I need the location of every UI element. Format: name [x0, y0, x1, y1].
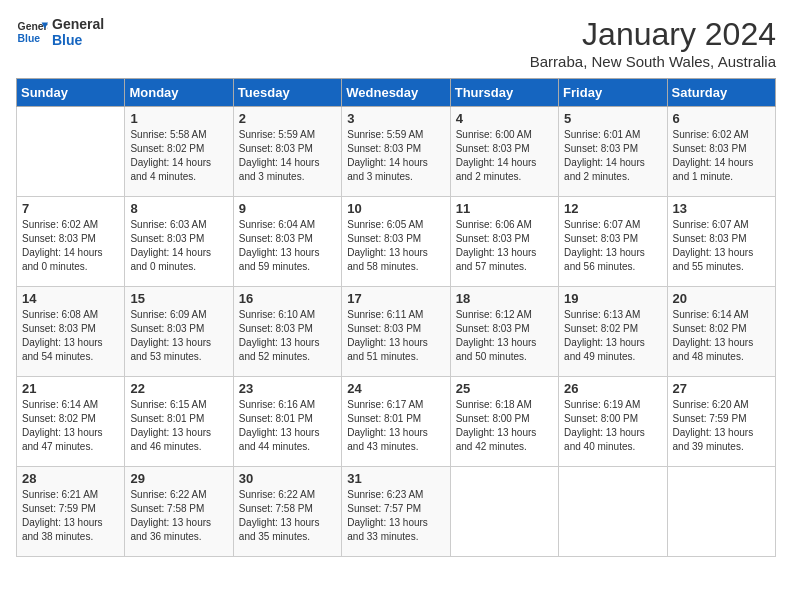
logo-text-blue: Blue [52, 32, 104, 48]
calendar-cell: 24Sunrise: 6:17 AMSunset: 8:01 PMDayligh… [342, 377, 450, 467]
calendar-cell: 8Sunrise: 6:03 AMSunset: 8:03 PMDaylight… [125, 197, 233, 287]
day-info: Sunrise: 6:00 AMSunset: 8:03 PMDaylight:… [456, 128, 553, 184]
day-number: 22 [130, 381, 227, 396]
calendar-cell: 6Sunrise: 6:02 AMSunset: 8:03 PMDaylight… [667, 107, 775, 197]
day-number: 7 [22, 201, 119, 216]
calendar-cell: 17Sunrise: 6:11 AMSunset: 8:03 PMDayligh… [342, 287, 450, 377]
day-number: 26 [564, 381, 661, 396]
calendar-cell [450, 467, 558, 557]
day-info: Sunrise: 5:58 AMSunset: 8:02 PMDaylight:… [130, 128, 227, 184]
day-info: Sunrise: 6:19 AMSunset: 8:00 PMDaylight:… [564, 398, 661, 454]
day-info: Sunrise: 6:10 AMSunset: 8:03 PMDaylight:… [239, 308, 336, 364]
day-info: Sunrise: 6:06 AMSunset: 8:03 PMDaylight:… [456, 218, 553, 274]
logo: General Blue General Blue [16, 16, 104, 48]
day-info: Sunrise: 6:09 AMSunset: 8:03 PMDaylight:… [130, 308, 227, 364]
calendar-cell: 10Sunrise: 6:05 AMSunset: 8:03 PMDayligh… [342, 197, 450, 287]
day-number: 18 [456, 291, 553, 306]
calendar-cell: 31Sunrise: 6:23 AMSunset: 7:57 PMDayligh… [342, 467, 450, 557]
day-info: Sunrise: 6:22 AMSunset: 7:58 PMDaylight:… [239, 488, 336, 544]
day-number: 14 [22, 291, 119, 306]
calendar-week-row: 14Sunrise: 6:08 AMSunset: 8:03 PMDayligh… [17, 287, 776, 377]
day-info: Sunrise: 6:02 AMSunset: 8:03 PMDaylight:… [22, 218, 119, 274]
logo-text-general: General [52, 16, 104, 32]
day-info: Sunrise: 5:59 AMSunset: 8:03 PMDaylight:… [239, 128, 336, 184]
day-info: Sunrise: 6:16 AMSunset: 8:01 PMDaylight:… [239, 398, 336, 454]
svg-text:Blue: Blue [18, 33, 41, 44]
calendar-cell: 22Sunrise: 6:15 AMSunset: 8:01 PMDayligh… [125, 377, 233, 467]
day-info: Sunrise: 6:15 AMSunset: 8:01 PMDaylight:… [130, 398, 227, 454]
title-block: January 2024 Barraba, New South Wales, A… [530, 16, 776, 70]
day-number: 21 [22, 381, 119, 396]
day-info: Sunrise: 6:23 AMSunset: 7:57 PMDaylight:… [347, 488, 444, 544]
calendar-cell: 7Sunrise: 6:02 AMSunset: 8:03 PMDaylight… [17, 197, 125, 287]
day-number: 20 [673, 291, 770, 306]
day-info: Sunrise: 6:14 AMSunset: 8:02 PMDaylight:… [22, 398, 119, 454]
calendar-cell: 19Sunrise: 6:13 AMSunset: 8:02 PMDayligh… [559, 287, 667, 377]
calendar-header-row: SundayMondayTuesdayWednesdayThursdayFrid… [17, 79, 776, 107]
day-info: Sunrise: 6:05 AMSunset: 8:03 PMDaylight:… [347, 218, 444, 274]
day-number: 13 [673, 201, 770, 216]
day-number: 11 [456, 201, 553, 216]
calendar-cell: 25Sunrise: 6:18 AMSunset: 8:00 PMDayligh… [450, 377, 558, 467]
day-number: 30 [239, 471, 336, 486]
day-info: Sunrise: 6:20 AMSunset: 7:59 PMDaylight:… [673, 398, 770, 454]
calendar-cell: 13Sunrise: 6:07 AMSunset: 8:03 PMDayligh… [667, 197, 775, 287]
day-info: Sunrise: 6:13 AMSunset: 8:02 PMDaylight:… [564, 308, 661, 364]
day-info: Sunrise: 6:11 AMSunset: 8:03 PMDaylight:… [347, 308, 444, 364]
calendar-week-row: 1Sunrise: 5:58 AMSunset: 8:02 PMDaylight… [17, 107, 776, 197]
day-number: 6 [673, 111, 770, 126]
logo-icon: General Blue [16, 16, 48, 48]
day-number: 25 [456, 381, 553, 396]
day-number: 12 [564, 201, 661, 216]
day-info: Sunrise: 5:59 AMSunset: 8:03 PMDaylight:… [347, 128, 444, 184]
day-number: 9 [239, 201, 336, 216]
day-info: Sunrise: 6:17 AMSunset: 8:01 PMDaylight:… [347, 398, 444, 454]
day-number: 15 [130, 291, 227, 306]
day-number: 5 [564, 111, 661, 126]
day-number: 19 [564, 291, 661, 306]
calendar-cell: 20Sunrise: 6:14 AMSunset: 8:02 PMDayligh… [667, 287, 775, 377]
calendar-cell: 14Sunrise: 6:08 AMSunset: 8:03 PMDayligh… [17, 287, 125, 377]
day-info: Sunrise: 6:01 AMSunset: 8:03 PMDaylight:… [564, 128, 661, 184]
day-info: Sunrise: 6:21 AMSunset: 7:59 PMDaylight:… [22, 488, 119, 544]
day-number: 8 [130, 201, 227, 216]
calendar-cell: 2Sunrise: 5:59 AMSunset: 8:03 PMDaylight… [233, 107, 341, 197]
day-number: 24 [347, 381, 444, 396]
calendar-cell: 18Sunrise: 6:12 AMSunset: 8:03 PMDayligh… [450, 287, 558, 377]
header-tuesday: Tuesday [233, 79, 341, 107]
day-number: 29 [130, 471, 227, 486]
calendar-cell: 30Sunrise: 6:22 AMSunset: 7:58 PMDayligh… [233, 467, 341, 557]
calendar-week-row: 7Sunrise: 6:02 AMSunset: 8:03 PMDaylight… [17, 197, 776, 287]
calendar-cell: 9Sunrise: 6:04 AMSunset: 8:03 PMDaylight… [233, 197, 341, 287]
day-info: Sunrise: 6:14 AMSunset: 8:02 PMDaylight:… [673, 308, 770, 364]
calendar-cell: 11Sunrise: 6:06 AMSunset: 8:03 PMDayligh… [450, 197, 558, 287]
calendar-cell: 21Sunrise: 6:14 AMSunset: 8:02 PMDayligh… [17, 377, 125, 467]
calendar-cell: 27Sunrise: 6:20 AMSunset: 7:59 PMDayligh… [667, 377, 775, 467]
day-number: 28 [22, 471, 119, 486]
day-info: Sunrise: 6:03 AMSunset: 8:03 PMDaylight:… [130, 218, 227, 274]
calendar-table: SundayMondayTuesdayWednesdayThursdayFrid… [16, 78, 776, 557]
calendar-title: January 2024 [530, 16, 776, 53]
day-number: 3 [347, 111, 444, 126]
calendar-cell: 15Sunrise: 6:09 AMSunset: 8:03 PMDayligh… [125, 287, 233, 377]
day-number: 2 [239, 111, 336, 126]
calendar-subtitle: Barraba, New South Wales, Australia [530, 53, 776, 70]
day-number: 27 [673, 381, 770, 396]
calendar-cell [17, 107, 125, 197]
calendar-week-row: 28Sunrise: 6:21 AMSunset: 7:59 PMDayligh… [17, 467, 776, 557]
day-info: Sunrise: 6:18 AMSunset: 8:00 PMDaylight:… [456, 398, 553, 454]
calendar-cell: 29Sunrise: 6:22 AMSunset: 7:58 PMDayligh… [125, 467, 233, 557]
calendar-cell: 16Sunrise: 6:10 AMSunset: 8:03 PMDayligh… [233, 287, 341, 377]
day-number: 17 [347, 291, 444, 306]
day-number: 4 [456, 111, 553, 126]
header-wednesday: Wednesday [342, 79, 450, 107]
header-thursday: Thursday [450, 79, 558, 107]
day-info: Sunrise: 6:02 AMSunset: 8:03 PMDaylight:… [673, 128, 770, 184]
day-info: Sunrise: 6:07 AMSunset: 8:03 PMDaylight:… [564, 218, 661, 274]
calendar-cell: 28Sunrise: 6:21 AMSunset: 7:59 PMDayligh… [17, 467, 125, 557]
day-info: Sunrise: 6:08 AMSunset: 8:03 PMDaylight:… [22, 308, 119, 364]
day-info: Sunrise: 6:22 AMSunset: 7:58 PMDaylight:… [130, 488, 227, 544]
header-friday: Friday [559, 79, 667, 107]
calendar-cell: 5Sunrise: 6:01 AMSunset: 8:03 PMDaylight… [559, 107, 667, 197]
header-saturday: Saturday [667, 79, 775, 107]
